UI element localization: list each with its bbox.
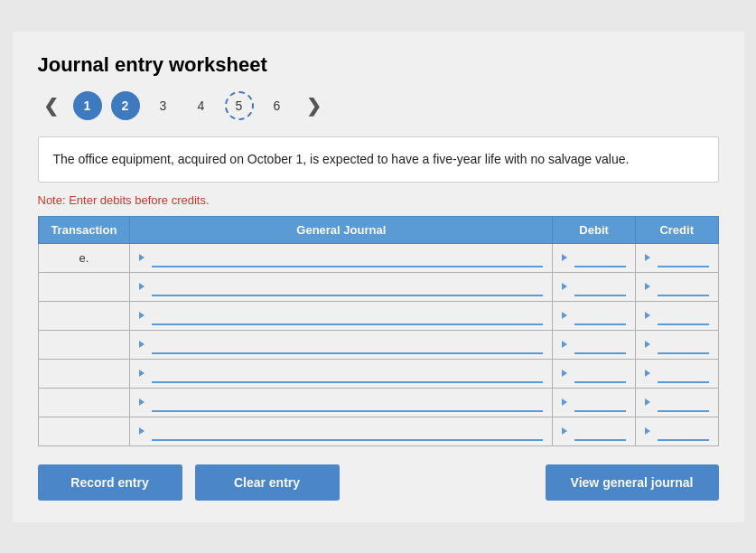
page-title: Journal entry worksheet (38, 53, 719, 77)
credit-input-6[interactable] (658, 421, 709, 441)
triangle-icon (562, 398, 567, 406)
description-text: The office equipment, acquired on Octobe… (53, 152, 630, 166)
debit-input-4[interactable] (574, 363, 626, 383)
triangle-icon (139, 398, 145, 406)
debit-input-6[interactable] (574, 421, 626, 441)
triangle-icon (139, 341, 145, 348)
triangle-icon (645, 254, 650, 261)
journal-input-6[interactable] (152, 421, 543, 441)
triangle-icon (139, 254, 145, 261)
debit-cell-1[interactable] (553, 272, 636, 301)
col-header-debit: Debit (553, 216, 636, 243)
transaction-cell-1 (38, 272, 130, 301)
triangle-icon (562, 254, 567, 261)
triangle-icon (562, 427, 567, 435)
prev-arrow[interactable]: ❮ (38, 93, 64, 118)
triangle-icon (139, 283, 145, 290)
credit-cell-6[interactable] (635, 417, 718, 445)
col-header-credit: Credit (635, 216, 718, 243)
triangle-icon (139, 427, 145, 435)
journal-cell-5[interactable] (130, 388, 553, 417)
transaction-cell-0: e. (38, 243, 130, 272)
transaction-cell-2 (38, 301, 130, 330)
debit-input-3[interactable] (574, 334, 626, 354)
credit-input-0[interactable] (658, 248, 709, 267)
table-row: e. (38, 243, 718, 272)
description-box: The office equipment, acquired on Octobe… (38, 136, 719, 183)
triangle-icon (645, 398, 650, 406)
credit-cell-5[interactable] (635, 388, 718, 417)
table-row (38, 272, 718, 301)
debit-cell-3[interactable] (553, 330, 636, 359)
journal-cell-3[interactable] (130, 330, 553, 359)
debit-cell-6[interactable] (553, 417, 636, 445)
table-row (38, 417, 718, 445)
triangle-icon (562, 283, 567, 290)
credit-input-5[interactable] (658, 392, 709, 412)
triangle-icon (645, 427, 650, 435)
triangle-icon (645, 283, 650, 290)
debit-input-1[interactable] (574, 276, 626, 296)
transaction-cell-4 (38, 359, 130, 388)
journal-cell-6[interactable] (130, 417, 553, 445)
journal-input-1[interactable] (152, 276, 543, 296)
debit-input-2[interactable] (574, 305, 626, 325)
credit-cell-2[interactable] (635, 301, 718, 330)
transaction-cell-3 (38, 330, 130, 359)
step-1[interactable]: 1 (73, 91, 102, 120)
note-text: Note: Enter debits before credits. (38, 193, 719, 207)
triangle-icon (139, 312, 145, 319)
credit-input-3[interactable] (658, 334, 709, 354)
step-navigation: ❮ 123456❯ (38, 91, 719, 120)
view-general-journal-button[interactable]: View general journal (546, 464, 719, 501)
debit-cell-5[interactable] (553, 388, 636, 417)
step-2[interactable]: 2 (111, 91, 140, 120)
journal-table: Transaction General Journal Debit Credit… (38, 216, 719, 446)
journal-input-3[interactable] (152, 334, 543, 354)
triangle-icon (645, 341, 650, 348)
record-entry-button[interactable]: Record entry (38, 464, 182, 501)
triangle-icon (645, 312, 650, 319)
triangle-icon (139, 370, 145, 377)
triangle-icon (562, 341, 567, 348)
table-row (38, 359, 718, 388)
table-row (38, 330, 718, 359)
next-arrow[interactable]: ❯ (301, 93, 327, 118)
table-row (38, 301, 718, 330)
credit-cell-3[interactable] (635, 330, 718, 359)
clear-entry-button[interactable]: Clear entry (195, 464, 340, 501)
credit-input-1[interactable] (658, 276, 709, 296)
col-header-transaction: Transaction (38, 216, 130, 243)
buttons-row: Record entry Clear entry View general jo… (38, 464, 719, 501)
journal-cell-2[interactable] (130, 301, 553, 330)
step-6[interactable]: 6 (263, 91, 292, 120)
journal-input-0[interactable] (152, 248, 543, 267)
journal-cell-4[interactable] (130, 359, 553, 388)
credit-cell-1[interactable] (635, 272, 718, 301)
debit-input-5[interactable] (574, 392, 626, 412)
table-row (38, 388, 718, 417)
step-4[interactable]: 4 (187, 91, 216, 120)
step-3[interactable]: 3 (149, 91, 178, 120)
debit-cell-2[interactable] (553, 301, 636, 330)
credit-input-4[interactable] (658, 363, 709, 383)
journal-input-5[interactable] (152, 392, 543, 412)
step-5[interactable]: 5 (225, 91, 254, 120)
transaction-cell-6 (38, 417, 130, 445)
main-container: Journal entry worksheet ❮ 123456❯ The of… (13, 32, 744, 522)
debit-cell-0[interactable] (553, 243, 636, 272)
triangle-icon (562, 370, 567, 377)
triangle-icon (645, 370, 650, 377)
journal-input-4[interactable] (152, 363, 543, 383)
journal-cell-0[interactable] (130, 243, 553, 272)
journal-input-2[interactable] (152, 305, 543, 325)
col-header-journal: General Journal (130, 216, 553, 243)
debit-input-0[interactable] (574, 248, 626, 267)
transaction-cell-5 (38, 388, 130, 417)
credit-input-2[interactable] (658, 305, 709, 325)
credit-cell-4[interactable] (635, 359, 718, 388)
journal-cell-1[interactable] (130, 272, 553, 301)
triangle-icon (562, 312, 567, 319)
credit-cell-0[interactable] (635, 243, 718, 272)
debit-cell-4[interactable] (553, 359, 636, 388)
